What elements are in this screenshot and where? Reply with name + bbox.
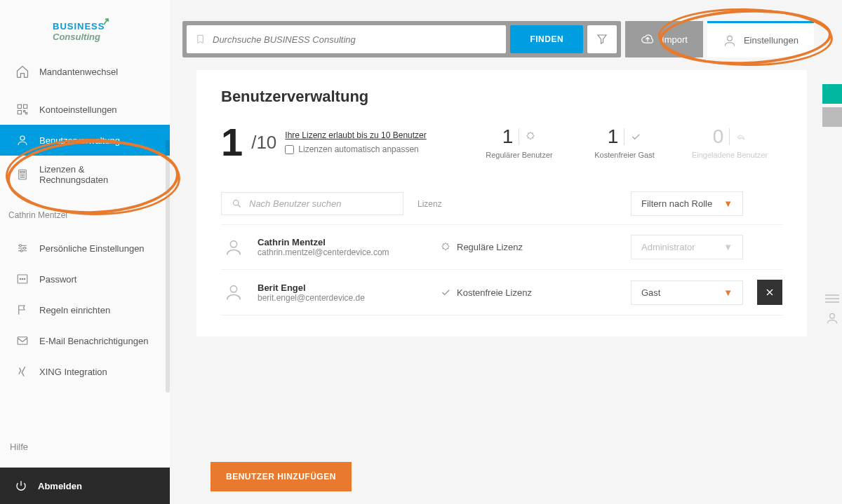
logout-label: Abmelden [38,481,82,491]
funnel-icon [596,33,608,46]
add-user-button[interactable]: BENUTZER HINZUFÜGEN [210,462,352,491]
tab-label: Einstellungen [744,35,798,46]
user-role-label: Gast [641,287,660,298]
mail-icon [15,334,29,348]
power-icon [14,479,28,493]
logout-button[interactable]: Abmelden [0,468,170,504]
svg-rect-1 [24,104,27,108]
svg-point-8 [20,175,21,175]
svg-point-5 [20,136,25,140]
sidebar-item-label: Passwort [39,274,76,285]
stat-regular-label: Regulärer Benutzer [467,151,572,159]
chevron-down-icon: ▼ [723,242,733,252]
sidebar-item-account-settings[interactable]: Kontoeinstellungen [0,94,170,125]
stat-guest-label: Kostenfreier Gast [572,151,677,159]
tab-label: Import [662,34,688,45]
user-icon [723,34,737,48]
page-title: Benutzerverwaltung [221,88,782,106]
sidebar-item-xing[interactable]: XING Integration [0,356,170,387]
user-role-dropdown[interactable]: Administrator ▼ [631,235,743,259]
svg-point-22 [728,36,733,41]
svg-point-23 [234,200,239,206]
svg-point-26 [830,313,835,318]
role-filter-dropdown[interactable]: Filtern nach Rolle ▼ [631,191,743,216]
qr-icon [15,102,29,116]
svg-point-25 [230,286,236,292]
svg-point-11 [20,177,21,177]
svg-point-13 [24,177,25,177]
user-row: Cathrin Mentzel cathrin.mentzel@centerde… [221,225,782,270]
user-search-input[interactable]: Nach Benutzer suchen [221,192,403,215]
sidebar-item-rules[interactable]: Regeln einrichten [0,294,170,325]
license-total: /10 [251,132,276,154]
tab-import[interactable]: Import [625,21,703,57]
menu-icon[interactable] [825,294,839,303]
stat-invited-count: 0 [713,125,724,148]
delete-user-button[interactable] [757,280,782,305]
calculator-icon [15,168,29,182]
bookmark-icon [195,33,206,46]
auto-adjust-checkbox[interactable] [285,145,294,154]
svg-point-10 [24,175,25,175]
user-row: Berit Engel berit.engel@centerdevice.de … [221,270,782,315]
search-box[interactable] [187,25,506,53]
sidebar-item-licenses-billing[interactable]: Lizenzen & Rechnungsdaten [0,156,170,193]
sidebar-item-label: E-Mail Benachrichtigungen [39,336,148,346]
topbar: FINDEN Import Einstellungen [182,21,814,57]
svg-point-16 [20,250,22,252]
sidebar-item-mandant[interactable]: Mandantenwechsel [0,56,170,87]
stat-regular: 1 Regulärer Benutzer [467,125,572,159]
filter-button[interactable] [587,25,617,53]
user-role-dropdown[interactable]: Gast ▼ [631,280,743,305]
license-column-header: Lizenz [417,199,617,209]
stat-guest: 1 Kostenfreier Gast [572,125,677,159]
dock-tab-green[interactable] [822,84,842,104]
sidebar-item-label: Mandantenwechsel [39,67,118,77]
user-license-label: Reguläre Lizenz [457,242,523,252]
avatar-icon [224,238,243,257]
tab-settings[interactable]: Einstellungen [707,21,814,57]
svg-point-20 [24,278,25,280]
main-panel: Benutzerverwaltung 1 /10 Ihre Lizenz erl… [196,70,807,336]
auto-adjust-label: Lizenzen automatisch anpassen [298,144,418,154]
svg-point-24 [230,240,236,247]
sidebar-item-user-management[interactable]: Benutzerverwaltung [0,125,170,156]
sidebar-scrollbar[interactable] [166,140,170,393]
user-name: Berit Engel [258,282,426,293]
sidebar-help[interactable]: Hilfe [0,433,170,461]
license-used-count: 1 [221,123,243,162]
user-icon[interactable] [825,311,839,325]
svg-rect-2 [18,111,21,114]
search-input[interactable] [213,34,497,45]
find-button[interactable]: FINDEN [510,25,583,53]
sidebar-item-label: Regeln einrichten [39,305,110,315]
sidebar-item-label: Lizenzen & Rechnungsdaten [39,164,156,185]
svg-point-14 [20,245,22,247]
user-name: Cathrin Mentzel [258,237,426,247]
sidebar: ↗ BUSINESS Consulting Mandantenwechsel K… [0,0,170,504]
svg-rect-4 [26,113,27,114]
check-icon [440,287,451,298]
logo-line2: Consulting [53,32,100,42]
sidebar-item-password[interactable]: Passwort [0,264,170,294]
badge-icon [525,131,536,142]
user-email: berit.engel@centerdevice.de [258,293,426,303]
chevron-down-icon: ▼ [723,198,733,209]
sidebar-item-personal-settings[interactable]: Persönliche Einstellungen [0,233,170,264]
dock-tab-grey[interactable] [822,107,842,127]
svg-point-15 [24,247,26,250]
svg-point-9 [22,175,22,175]
badge-icon [440,242,451,253]
license-link[interactable]: Ihre Lizenz erlaubt bis zu 10 Benutzer [285,130,426,140]
svg-rect-21 [18,337,27,345]
svg-point-12 [22,177,22,177]
sliders-icon [15,241,29,255]
svg-point-19 [22,278,23,280]
stat-invited: 0 Eingeladene Benutzer [677,125,782,159]
sidebar-item-email-notifications[interactable]: E-Mail Benachrichtigungen [0,325,170,356]
svg-rect-0 [18,104,21,108]
user-icon [15,133,29,147]
logo-line1: BUSINESS [53,21,105,32]
reply-icon [735,131,747,142]
sidebar-item-label: Benutzerverwaltung [39,135,120,146]
